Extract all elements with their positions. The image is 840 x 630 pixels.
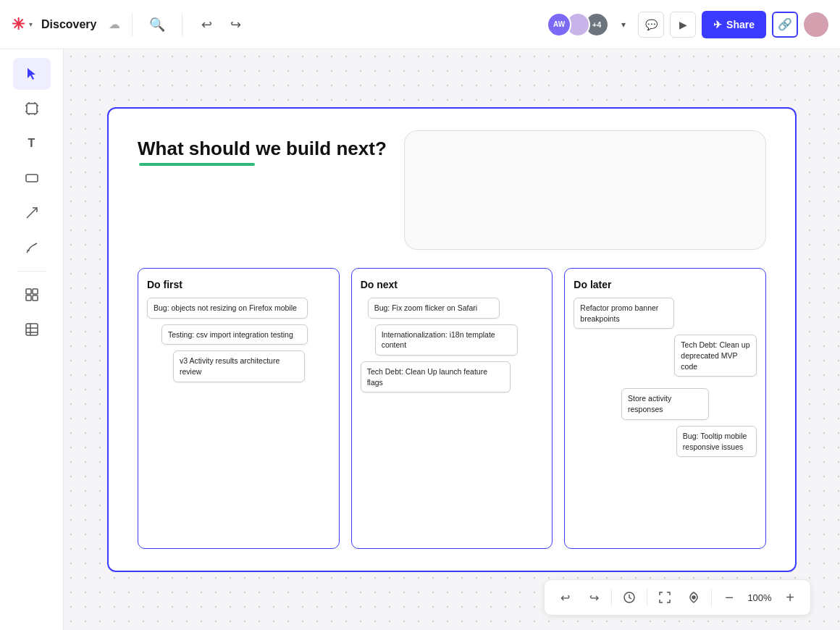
svg-rect-15 — [26, 324, 38, 335]
board-frame: What should we build next? Do first Bug:… — [107, 107, 797, 572]
play-button[interactable]: ▶ — [670, 12, 696, 38]
svg-rect-0 — [27, 104, 37, 114]
share-button[interactable]: ✈ Share — [702, 11, 766, 38]
card-7: Refactor promo banner breakpoints — [574, 298, 674, 329]
link-button[interactable]: 🔗 — [772, 12, 798, 38]
topbar: ✳ ▾ Discovery ☁ 🔍 ↩ ↪ AW +4 ▾ 💬 ▶ ✈ Shar… — [0, 0, 840, 49]
column-do-first: Do first Bug: objects not resizing on Fi… — [138, 268, 340, 549]
collaborators-avatars: AW +4 — [547, 12, 609, 37]
card-6: Tech Debt: Clean Up launch feature flags — [361, 361, 511, 392]
redo-button[interactable]: ↪ — [223, 12, 249, 38]
collaborators-chevron[interactable]: ▾ — [615, 12, 632, 37]
undo-redo-group: ↩ ↪ — [194, 12, 249, 38]
avatar-aw: AW — [547, 12, 571, 37]
tool-select[interactable] — [13, 58, 51, 90]
tool-grid[interactable] — [13, 279, 51, 311]
zoom-in-button[interactable]: + — [777, 584, 803, 610]
card-5: Internationalization: i18n template cont… — [375, 324, 518, 356]
column-do-next: Do next Bug: Fix zoom flicker on Safari … — [351, 268, 553, 549]
board-title: What should we build next? — [138, 138, 387, 160]
card-2: Testing: csv import integration testing — [161, 324, 308, 345]
sidebar-sep — [17, 271, 46, 272]
share-label: Share — [726, 19, 755, 30]
svg-rect-14 — [33, 295, 38, 301]
svg-rect-13 — [26, 295, 31, 301]
document-title: Discovery — [41, 18, 97, 31]
card-4: Bug: Fix zoom flicker on Safari — [368, 298, 500, 319]
tool-table[interactable] — [13, 314, 51, 345]
svg-rect-12 — [33, 289, 38, 294]
bottom-divider2 — [647, 589, 647, 606]
column-do-later: Do later Refactor promo banner breakpoin… — [564, 268, 766, 549]
history-button[interactable] — [616, 584, 642, 610]
card-8: Tech Debt: Clean up deprecated MVP code — [674, 335, 757, 377]
column-title-do-first: Do first — [147, 279, 330, 290]
card-1: Bug: objects not resizing on Firefox mob… — [147, 298, 308, 319]
cloud-icon[interactable]: ☁ — [109, 17, 120, 31]
tool-line[interactable] — [13, 197, 51, 229]
topbar-divider2 — [182, 13, 182, 36]
bottom-redo-button[interactable]: ↪ — [581, 584, 607, 610]
user-avatar[interactable] — [804, 12, 828, 37]
undo-button[interactable]: ↩ — [194, 12, 220, 38]
tool-text[interactable]: T — [13, 127, 51, 159]
bottom-divider1 — [611, 589, 612, 606]
content-placeholder-box — [404, 130, 766, 250]
column-title-do-later: Do later — [574, 279, 757, 290]
zoom-out-button[interactable]: − — [716, 584, 742, 610]
card-3: v3 Activity results architecture review — [173, 350, 305, 382]
card-9: Store activity responses — [621, 388, 709, 419]
fullscreen-button[interactable] — [652, 584, 678, 610]
pin-button[interactable] — [681, 584, 707, 610]
svg-point-20 — [692, 596, 695, 599]
topbar-right: AW +4 ▾ 💬 ▶ ✈ Share 🔗 — [547, 11, 828, 38]
tool-pen[interactable] — [13, 232, 51, 264]
column-title-do-next: Do next — [361, 279, 544, 290]
svg-line-10 — [27, 208, 37, 218]
svg-rect-9 — [26, 175, 38, 182]
logo-chevron-icon: ▾ — [29, 20, 33, 28]
share-icon: ✈ — [713, 19, 722, 30]
board-heading: What should we build next? — [138, 138, 387, 166]
search-button[interactable]: 🔍 — [144, 12, 170, 38]
bottom-divider3 — [711, 589, 712, 606]
sidebar: T — [0, 49, 64, 630]
svg-rect-11 — [26, 289, 31, 294]
bottom-undo-button[interactable]: ↩ — [552, 584, 578, 610]
tool-rectangle[interactable] — [13, 162, 51, 194]
logo-area[interactable]: ✳ ▾ — [12, 15, 33, 34]
logo-icon: ✳ — [12, 15, 25, 34]
bottom-toolbar: ↩ ↪ − 100% + — [544, 579, 811, 616]
present-button[interactable]: 💬 — [638, 12, 664, 38]
canvas[interactable]: What should we build next? Do first Bug:… — [64, 49, 840, 630]
heading-underline — [139, 163, 255, 166]
columns-area: Do first Bug: objects not resizing on Fi… — [138, 268, 766, 549]
topbar-divider — [132, 13, 133, 36]
tool-frame[interactable] — [13, 93, 51, 125]
zoom-level-display: 100% — [745, 592, 774, 603]
card-10: Bug: Tooltip mobile responsive issues — [676, 426, 757, 457]
